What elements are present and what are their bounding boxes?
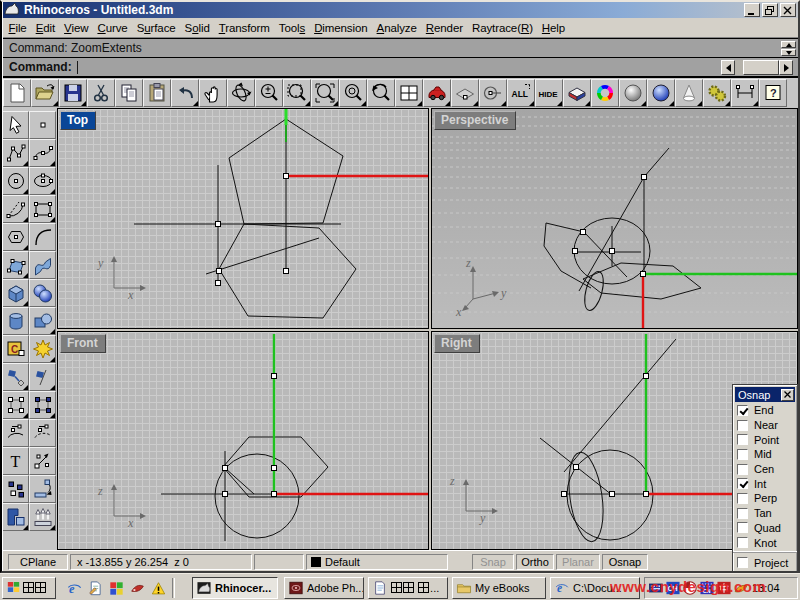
osnap-panel-titlebar[interactable]: Osnap (735, 387, 795, 402)
viewport-layout-button[interactable] (395, 79, 423, 107)
statusbar-toggle-planar[interactable]: Planar (556, 554, 600, 570)
menu-edit[interactable]: Edit (31, 19, 59, 37)
layers-button[interactable] (563, 79, 591, 107)
taskbar-task-2[interactable]: Adobe Ph... (284, 577, 364, 599)
paste-button[interactable] (143, 79, 171, 107)
control-points-button[interactable] (2, 391, 29, 419)
command-history[interactable]: Command: ZoomExtents (2, 38, 798, 57)
solid-box-button[interactable] (2, 279, 29, 307)
zoom-extents-button[interactable] (311, 79, 339, 107)
undo-view-button[interactable] (367, 79, 395, 107)
shade-view-button[interactable] (423, 79, 451, 107)
taskbar-task-4[interactable]: My eBooks (452, 577, 546, 599)
viewport-front[interactable]: z x Front (57, 331, 429, 550)
statusbar-toggle-osnap[interactable]: Osnap (602, 554, 648, 570)
title-bar[interactable]: Rhinoceros - Untitled.3dm (2, 2, 798, 18)
minimize-button[interactable] (744, 3, 760, 17)
front-viewport-canvas[interactable]: z x (58, 332, 428, 549)
quicklaunch-red-tool[interactable] (127, 578, 147, 598)
menu-render[interactable]: Render (421, 19, 467, 37)
rotate-view-button[interactable] (227, 79, 255, 107)
point-grid-button[interactable] (2, 475, 29, 503)
ellipse-button[interactable] (29, 167, 56, 195)
solid-spheres-button[interactable] (29, 279, 56, 307)
split-button[interactable] (29, 363, 56, 391)
menu-help[interactable]: Help (537, 19, 569, 37)
osnap-checkbox-perp[interactable] (737, 493, 748, 504)
close-button[interactable] (780, 3, 796, 17)
menu-view[interactable]: View (60, 19, 93, 37)
cplane-set-button[interactable]: C (2, 335, 29, 363)
new-file-button[interactable] (3, 79, 31, 107)
osnap-checkbox-near[interactable] (737, 420, 748, 431)
handle-curve-dashed-button[interactable] (29, 419, 56, 447)
zoom-selected-button[interactable] (339, 79, 367, 107)
statusbar-toggle-snap[interactable]: Snap (472, 554, 514, 570)
restore-button[interactable] (762, 3, 778, 17)
taskbar-task-3[interactable]: ... (368, 577, 448, 599)
zoom-window-button[interactable] (283, 79, 311, 107)
menu-surface[interactable]: Surface (132, 19, 180, 37)
surface-curved-button[interactable] (29, 251, 56, 279)
render-sphere-blue-button[interactable] (647, 79, 675, 107)
menu-curve[interactable]: Curve (93, 19, 132, 37)
quicklaunch-desktop-colors[interactable] (106, 578, 126, 598)
set-view-button[interactable] (479, 79, 507, 107)
save-file-button[interactable] (59, 79, 87, 107)
viewport-perspective-title[interactable]: Perspective (434, 111, 516, 130)
layout-blocks-button[interactable] (2, 503, 29, 531)
osnap-checkbox-end[interactable] (737, 405, 748, 416)
hide-objects-button[interactable]: HIDE (535, 79, 563, 107)
dimension-button[interactable] (731, 79, 759, 107)
quicklaunch-doc-shortcut[interactable] (85, 578, 105, 598)
command-input-scrollbar[interactable] (721, 60, 793, 75)
osnap-checkbox-cen[interactable] (737, 464, 748, 475)
osnap-checkbox-point[interactable] (737, 434, 748, 445)
menu-solid[interactable]: Solid (180, 19, 214, 37)
osnap-checkbox-knot[interactable] (737, 537, 748, 548)
select-all-button[interactable]: ALL (507, 79, 535, 107)
polyline-button[interactable] (2, 139, 29, 167)
handle-curve-button[interactable] (2, 419, 29, 447)
viewport-top[interactable]: y x Top (57, 108, 429, 329)
menu-raytracer[interactable]: Raytrace(R) (467, 19, 537, 37)
pointer-button[interactable] (2, 111, 29, 139)
curve-interp-button[interactable] (29, 139, 56, 167)
help-button[interactable]: ? (759, 79, 787, 107)
top-viewport-canvas[interactable]: y x (58, 109, 428, 328)
statusbar-toggle-ortho[interactable]: Ortho (516, 554, 554, 570)
spotlight-button[interactable] (675, 79, 703, 107)
fillet-curve-button[interactable] (29, 223, 56, 251)
color-wheel-button[interactable] (591, 79, 619, 107)
undo-button[interactable] (171, 79, 199, 107)
single-point-button[interactable] (29, 111, 56, 139)
start-button[interactable] (2, 577, 56, 599)
copy-button[interactable] (115, 79, 143, 107)
trim-button[interactable] (2, 363, 29, 391)
layer-cell[interactable]: Default (306, 554, 448, 570)
rectangle-button[interactable] (29, 195, 56, 223)
cut-button[interactable] (87, 79, 115, 107)
taskbar-task-1[interactable]: Rhinocer... (192, 577, 278, 599)
rotate-2d-button[interactable] (29, 475, 56, 503)
points-on-button[interactable] (29, 391, 56, 419)
circle-center-button[interactable] (2, 167, 29, 195)
perspective-viewport-canvas[interactable]: z y x (432, 109, 797, 328)
scroll-left-button[interactable] (721, 60, 735, 75)
extrude-button[interactable] (29, 503, 56, 531)
osnap-checkbox-tan[interactable] (737, 508, 748, 519)
viewport-top-title[interactable]: Top (60, 111, 96, 130)
boolean-union-button[interactable] (29, 307, 56, 335)
cplane-cell[interactable]: CPlane (8, 554, 68, 570)
osnap-close-icon[interactable] (781, 389, 794, 401)
arc-button[interactable] (2, 195, 29, 223)
osnap-checkbox-project[interactable] (737, 557, 748, 568)
menu-dimension[interactable]: Dimension (310, 19, 372, 37)
render-sphere-gray-button[interactable] (619, 79, 647, 107)
osnap-checkbox-mid[interactable] (737, 449, 748, 460)
viewport-front-title[interactable]: Front (60, 334, 106, 353)
zoom-dynamic-button[interactable] (255, 79, 283, 107)
scroll-down-button[interactable] (781, 49, 796, 56)
menu-tools[interactable]: Tools (274, 19, 309, 37)
cylinder-button[interactable] (2, 307, 29, 335)
